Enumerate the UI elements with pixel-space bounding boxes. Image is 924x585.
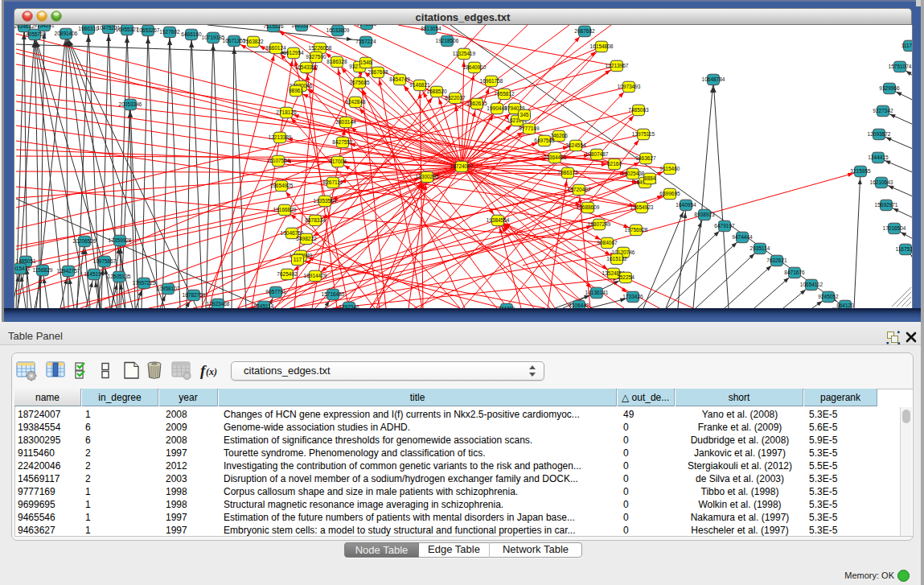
svg-text:20891406: 20891406 bbox=[55, 31, 78, 36]
svg-text:14136141: 14136141 bbox=[585, 290, 609, 295]
svg-text:19384554: 19384554 bbox=[487, 217, 510, 223]
svg-text:9245052: 9245052 bbox=[818, 294, 839, 299]
svg-text:20053346: 20053346 bbox=[119, 101, 142, 107]
svg-text:9146821: 9146821 bbox=[409, 82, 430, 88]
svg-text:3912954: 3912954 bbox=[283, 50, 304, 56]
svg-text:19166829: 19166829 bbox=[273, 207, 297, 212]
svg-text:17016504: 17016504 bbox=[883, 225, 906, 231]
svg-text:1362615: 1362615 bbox=[466, 101, 487, 106]
svg-text:9084067: 9084067 bbox=[597, 240, 618, 245]
svg-text:8454749: 8454749 bbox=[389, 76, 410, 82]
svg-text:7357224: 7357224 bbox=[355, 39, 376, 44]
svg-text:10648784: 10648784 bbox=[702, 76, 725, 82]
svg-text:16107554: 16107554 bbox=[267, 158, 290, 163]
svg-text:7625402: 7625402 bbox=[277, 271, 298, 277]
svg-text:2867608: 2867608 bbox=[368, 69, 388, 75]
svg-text:16914479: 16914479 bbox=[304, 273, 327, 278]
svg-text:19654925: 19654925 bbox=[270, 183, 294, 188]
svg-text:13975115: 13975115 bbox=[632, 131, 655, 137]
svg-text:15226058: 15226058 bbox=[309, 45, 332, 51]
svg-text:3215955: 3215955 bbox=[850, 168, 871, 174]
svg-text:1244415: 1244415 bbox=[868, 154, 889, 160]
svg-text:12923468: 12923468 bbox=[207, 301, 230, 307]
svg-text:9657791: 9657791 bbox=[265, 289, 286, 295]
svg-text:1292346: 1292346 bbox=[339, 304, 359, 308]
svg-text:7515526: 7515526 bbox=[263, 25, 284, 29]
svg-text:19654923: 19654923 bbox=[630, 204, 654, 210]
svg-text:1156829: 1156829 bbox=[33, 267, 53, 273]
svg-text:16033809: 16033809 bbox=[326, 27, 350, 33]
svg-text:10653267: 10653267 bbox=[137, 27, 160, 33]
svg-text:1733426: 1733426 bbox=[622, 294, 643, 299]
svg-text:12213389: 12213389 bbox=[269, 134, 292, 140]
svg-text:7563822: 7563822 bbox=[243, 39, 264, 44]
svg-text:16671355: 16671355 bbox=[223, 38, 246, 43]
svg-text:1167533: 1167533 bbox=[896, 246, 912, 252]
svg-text:16782759: 16782759 bbox=[183, 292, 206, 298]
svg-text:6466160: 6466160 bbox=[181, 31, 202, 37]
svg-text:9463627: 9463627 bbox=[635, 155, 656, 161]
svg-text:18640910: 18640910 bbox=[463, 64, 487, 70]
svg-text:11325419: 11325419 bbox=[453, 51, 476, 56]
svg-text:1640954: 1640954 bbox=[676, 202, 696, 208]
svg-text:2935114: 2935114 bbox=[750, 245, 770, 251]
svg-text:8322037: 8322037 bbox=[445, 95, 466, 101]
svg-text:252254: 252254 bbox=[617, 274, 634, 280]
svg-text:1527602: 1527602 bbox=[159, 29, 180, 35]
svg-text:3675685: 3675685 bbox=[349, 80, 370, 85]
svg-text:9227342: 9227342 bbox=[873, 108, 893, 113]
svg-text:20364436: 20364436 bbox=[544, 154, 567, 160]
svg-text:12093872: 12093872 bbox=[868, 131, 891, 137]
svg-text:8884: 8884 bbox=[644, 175, 656, 181]
svg-text:62160: 62160 bbox=[607, 161, 622, 167]
svg-text:8106442: 8106442 bbox=[569, 303, 589, 308]
svg-text:1145194: 1145194 bbox=[84, 271, 105, 277]
svg-text:2034612: 2034612 bbox=[14, 25, 35, 29]
svg-text:864120: 864120 bbox=[836, 303, 854, 308]
svg-text:5498222: 5498222 bbox=[296, 236, 317, 241]
svg-text:10958107: 10958107 bbox=[157, 286, 180, 291]
svg-text:8938923: 8938923 bbox=[694, 212, 715, 217]
svg-text:6497568: 6497568 bbox=[534, 138, 555, 143]
svg-text:15751074: 15751074 bbox=[889, 64, 912, 69]
svg-text:12213967: 12213967 bbox=[606, 63, 629, 68]
svg-text:345: 345 bbox=[520, 112, 529, 117]
svg-text:15720407: 15720407 bbox=[568, 187, 591, 192]
svg-text:774201: 774201 bbox=[498, 306, 515, 308]
svg-text:9154201: 9154201 bbox=[34, 25, 55, 28]
svg-text:7632621: 7632621 bbox=[766, 257, 787, 263]
svg-text:16210643: 16210643 bbox=[870, 179, 893, 185]
svg-text:10719185: 10719185 bbox=[202, 35, 225, 40]
svg-text:14055714: 14055714 bbox=[23, 31, 47, 37]
svg-text:1546: 1546 bbox=[360, 60, 372, 65]
svg-text:15716485: 15716485 bbox=[322, 291, 345, 297]
svg-text:7986372: 7986372 bbox=[557, 170, 578, 175]
svg-text:10688609: 10688609 bbox=[577, 204, 600, 210]
svg-text:9245114: 9245114 bbox=[254, 303, 274, 308]
svg-text:98961: 98961 bbox=[289, 88, 303, 93]
svg-text:10654112: 10654112 bbox=[800, 282, 823, 287]
svg-text:15692971: 15692971 bbox=[875, 202, 898, 208]
svg-text:16543362: 16543362 bbox=[295, 64, 318, 70]
svg-text:9474444: 9474444 bbox=[732, 234, 753, 240]
svg-text:18807249: 18807249 bbox=[588, 221, 611, 227]
svg-text:10807487: 10807487 bbox=[585, 151, 609, 157]
svg-text:16154808: 16154808 bbox=[590, 43, 614, 49]
svg-text:9242848: 9242848 bbox=[345, 99, 366, 105]
svg-text:18300295: 18300295 bbox=[416, 174, 439, 179]
svg-text:9327500: 9327500 bbox=[306, 54, 326, 60]
svg-text:111712: 111712 bbox=[901, 43, 912, 48]
svg-text:16955327: 16955327 bbox=[116, 27, 139, 32]
svg-text:8471676: 8471676 bbox=[784, 270, 805, 275]
svg-text:9777169: 9777169 bbox=[519, 126, 540, 131]
svg-text:1986310: 1986310 bbox=[78, 26, 99, 31]
svg-text:16961758: 16961758 bbox=[480, 78, 503, 84]
svg-text:19756928: 19756928 bbox=[625, 227, 648, 233]
svg-text:18724007: 18724007 bbox=[450, 163, 474, 169]
svg-text:10975867: 10975867 bbox=[93, 258, 117, 264]
svg-text:9046115: 9046115 bbox=[357, 25, 377, 27]
svg-text:8427552: 8427552 bbox=[332, 139, 353, 145]
svg-text:117: 117 bbox=[294, 257, 302, 262]
svg-text:12505135: 12505135 bbox=[108, 274, 131, 279]
svg-text:12942757: 12942757 bbox=[57, 268, 80, 274]
